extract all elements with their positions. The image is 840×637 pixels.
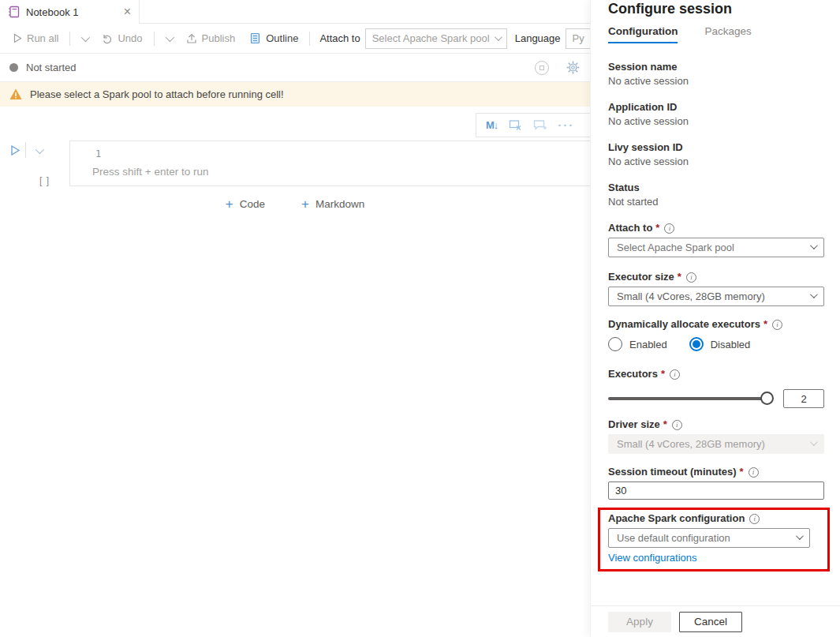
panel-title: Configure session: [608, 1, 732, 17]
run-all-button[interactable]: Run all: [8, 28, 63, 49]
add-code-label: Code: [240, 198, 265, 210]
configure-session-panel: Configure session Configuration Packages…: [590, 0, 840, 637]
session-name-field: Session name No active session: [608, 60, 824, 88]
livy-session-id-value: No active session: [608, 155, 824, 169]
radio-enabled-label: Enabled: [629, 339, 667, 350]
session-timeout-input[interactable]: [608, 481, 824, 500]
info-icon[interactable]: [686, 272, 696, 283]
info-icon[interactable]: [670, 369, 680, 380]
undo-icon: [102, 33, 113, 44]
attach-to-dropdown[interactable]: Select Apache Spark pool: [608, 238, 824, 257]
chevron-down-icon: [810, 290, 818, 298]
run-all-dropdown-button[interactable]: [77, 32, 92, 44]
info-icon[interactable]: [772, 320, 782, 330]
undo-label: Undo: [118, 32, 142, 44]
gear-icon[interactable]: [566, 61, 580, 74]
executors-count-input[interactable]: [783, 389, 824, 408]
driver-size-label: Driver size: [608, 418, 660, 432]
info-icon[interactable]: [749, 467, 759, 478]
panel-footer: Apply Cancel: [591, 605, 840, 637]
executors-label: Executors: [608, 367, 658, 381]
required-mark: [655, 221, 659, 235]
add-markdown-label: Markdown: [315, 198, 364, 210]
radio-enabled[interactable]: Enabled: [608, 337, 667, 351]
status-label: Status: [608, 181, 824, 195]
radio-checked-icon: [689, 337, 704, 351]
attach-to-label: Attach to: [608, 221, 652, 235]
add-comment-icon[interactable]: [533, 119, 547, 131]
chevron-down-icon: [165, 33, 174, 42]
publish-button[interactable]: Publish: [181, 28, 241, 49]
panel-body: Session name No active session Applicati…: [608, 60, 824, 571]
run-cell-icon[interactable]: [9, 144, 21, 156]
tab-packages[interactable]: Packages: [704, 25, 751, 43]
more-actions-icon[interactable]: [558, 118, 574, 132]
outline-button[interactable]: Outline: [245, 28, 303, 49]
status-field: Status Not started: [608, 181, 824, 209]
driver-size-group: Driver size Small (4 vCores, 28GB memory…: [608, 418, 824, 454]
cell-gutter: [ ]: [0, 142, 69, 186]
attach-to-group: Attach to Select Apache Spark pool: [608, 221, 824, 257]
radio-disabled[interactable]: Disabled: [689, 337, 751, 351]
executor-size-group: Executor size Small (4 vCores, 28GB memo…: [608, 270, 824, 306]
editor-placeholder: Press shift + enter to run: [92, 166, 208, 178]
info-icon[interactable]: [672, 420, 682, 430]
plus-icon: [226, 197, 233, 211]
chevron-down-icon: [810, 438, 818, 446]
view-configurations-link[interactable]: View configurations: [608, 552, 697, 564]
outline-icon: [249, 32, 261, 44]
cancel-button[interactable]: Cancel: [679, 612, 742, 632]
stop-session-icon[interactable]: [535, 61, 549, 75]
attach-to-pool-value: Select Apache Spark pool: [372, 32, 490, 44]
outline-label: Outline: [266, 32, 298, 44]
application-id-label: Application ID: [608, 100, 824, 114]
executor-size-dropdown[interactable]: Small (4 vCores, 28GB memory): [608, 287, 824, 306]
chevron-down-icon: [495, 33, 502, 41]
required-mark: [661, 367, 665, 381]
undo-button[interactable]: Undo: [97, 28, 147, 49]
attach-to-pool-dropdown[interactable]: Select Apache Spark pool: [365, 28, 507, 49]
required-mark: [763, 317, 767, 332]
livy-session-id-field: Livy session ID No active session: [608, 141, 824, 169]
run-all-label: Run all: [27, 32, 58, 44]
apply-button[interactable]: Apply: [608, 612, 671, 632]
clear-output-icon[interactable]: [509, 119, 522, 131]
undo-dropdown-button[interactable]: [161, 32, 177, 44]
play-icon: [13, 33, 22, 43]
status-dot-icon: [9, 63, 18, 72]
add-markdown-button[interactable]: Markdown: [297, 194, 369, 214]
dynamic-allocation-label: Dynamically allocate executors: [608, 317, 760, 332]
info-icon[interactable]: [749, 514, 760, 524]
session-timeout-group: Session timeout (minutes): [608, 465, 824, 500]
cell-run-options-button[interactable]: [31, 144, 47, 156]
publish-icon: [186, 33, 197, 44]
chevron-down-icon: [810, 242, 818, 249]
info-icon[interactable]: [664, 223, 674, 234]
close-icon[interactable]: [124, 6, 131, 18]
executors-slider[interactable]: [608, 392, 775, 406]
driver-size-value: Small (4 vCores, 28GB memory): [617, 438, 765, 450]
divider: [154, 32, 155, 46]
session-status-text: Not started: [26, 62, 77, 73]
publish-label: Publish: [202, 32, 236, 44]
status-value: Not started: [608, 195, 824, 209]
chevron-down-icon: [35, 144, 44, 153]
radio-unchecked-icon: [608, 337, 622, 351]
slider-thumb[interactable]: [760, 392, 774, 405]
radio-disabled-label: Disabled: [711, 339, 751, 350]
spark-configuration-label: Apache Spark configuration: [608, 511, 745, 526]
session-name-value: No active session: [608, 74, 824, 88]
divider: [25, 142, 26, 158]
spark-configuration-dropdown[interactable]: Use default configuration: [608, 528, 810, 548]
tab-notebook-1[interactable]: Notebook 1: [0, 0, 140, 24]
panel-tabs: Configuration Packages: [608, 25, 752, 43]
executor-size-label: Executor size: [608, 270, 674, 284]
line-number: 1: [95, 148, 101, 159]
add-code-button[interactable]: Code: [221, 194, 270, 214]
tab-configuration[interactable]: Configuration: [608, 25, 678, 43]
language-label: Language: [515, 32, 561, 44]
driver-size-dropdown: Small (4 vCores, 28GB memory): [608, 434, 824, 454]
required-mark: [663, 418, 667, 432]
convert-to-markdown-icon[interactable]: M↓: [486, 119, 498, 131]
executors-group: Executors: [608, 367, 824, 408]
